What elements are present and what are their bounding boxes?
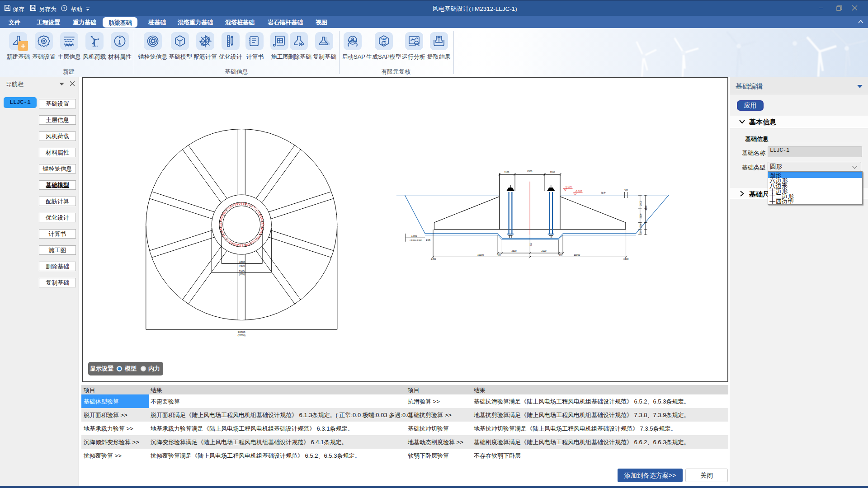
svg-text:1:0.5: 1:0.5	[426, 239, 431, 241]
svg-text:1.000: 1.000	[411, 235, 417, 237]
svg-text:-3.800: -3.800	[623, 258, 629, 260]
svg-text:10000: 10000	[477, 253, 484, 256]
svg-text:(20000): (20000)	[238, 334, 246, 337]
svg-text:1100: 1100	[505, 171, 509, 174]
svg-text:1500: 1500	[639, 223, 642, 228]
svg-text:4600: 4600	[239, 261, 245, 263]
svg-text:-0.300: -0.300	[575, 190, 582, 192]
svg-text:(-3.800/-3.300): (-3.800/-3.300)	[410, 239, 422, 241]
svg-text:(6000): (6000)	[239, 273, 245, 276]
svg-text:1100: 1100	[550, 171, 555, 174]
svg-text:2500: 2500	[639, 201, 642, 206]
svg-text:2100: 2100	[541, 249, 546, 252]
svg-text:500: 500	[624, 189, 628, 192]
svg-text:(4600): (4600)	[239, 264, 245, 267]
svg-text:6000: 6000	[239, 269, 245, 272]
svg-text:6500: 6500	[527, 170, 532, 173]
svg-text:2300: 2300	[511, 249, 516, 252]
svg-text:2100: 2100	[639, 213, 642, 218]
svg-text:0.000: 0.000	[566, 185, 572, 188]
svg-text:300: 300	[559, 254, 562, 257]
svg-text:500: 500	[530, 243, 532, 246]
svg-text:20000: 20000	[238, 331, 245, 333]
svg-text:4300: 4300	[645, 205, 647, 210]
svg-text:300: 300	[640, 230, 642, 234]
svg-text:10000: 10000	[574, 253, 580, 256]
svg-text:-3.800: -3.800	[430, 258, 436, 260]
svg-text:300: 300	[497, 254, 501, 257]
svg-text:填土: 填土	[601, 192, 607, 194]
